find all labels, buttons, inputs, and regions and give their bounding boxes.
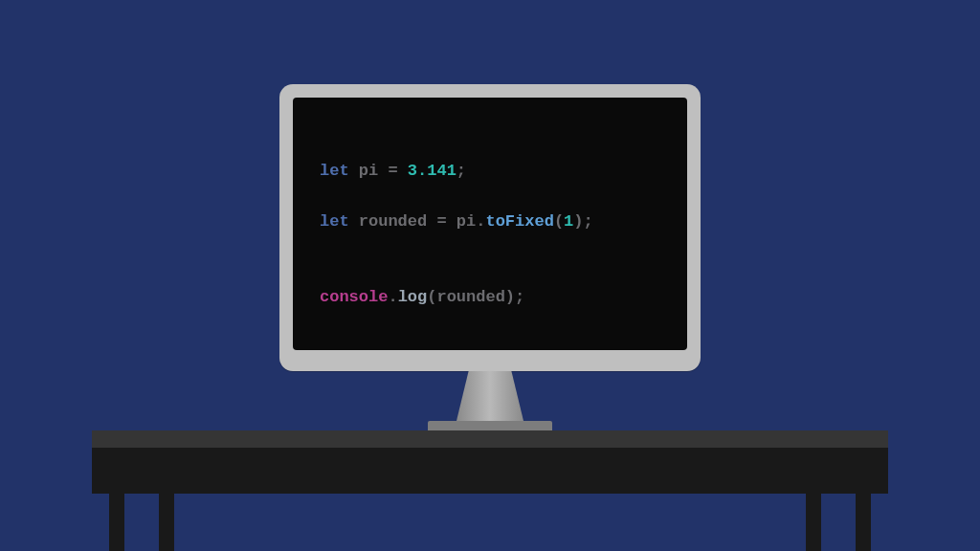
semicolon: ; bbox=[457, 162, 466, 180]
dot-operator: . bbox=[476, 212, 485, 231]
dot-operator: . bbox=[388, 288, 397, 306]
method-log: log bbox=[398, 288, 428, 306]
argument-identifier: rounded bbox=[436, 288, 504, 306]
desk-apron bbox=[92, 448, 888, 494]
desk-leg bbox=[806, 494, 821, 551]
monitor-stand-neck bbox=[457, 371, 523, 421]
number-literal: 3.141 bbox=[408, 162, 457, 180]
keyword-let: let bbox=[320, 162, 349, 180]
paren-open: ( bbox=[554, 212, 564, 231]
paren-open: ( bbox=[427, 288, 436, 306]
paren-close: ) bbox=[505, 288, 515, 306]
code-line-3: console.log(rounded); bbox=[320, 285, 660, 310]
keyword-let: let bbox=[320, 212, 349, 231]
desk-legs bbox=[92, 494, 888, 551]
desk-leg bbox=[856, 494, 871, 551]
operator-equals: = bbox=[388, 162, 397, 180]
code-line-1: let pi = 3.141; bbox=[320, 159, 660, 184]
computer-monitor: let pi = 3.141; let rounded = pi.toFixed… bbox=[279, 84, 701, 430]
semicolon: ; bbox=[583, 212, 592, 231]
identifier-console: console bbox=[320, 288, 388, 306]
semicolon: ; bbox=[515, 288, 524, 306]
identifier-pi: pi bbox=[457, 212, 476, 231]
desk-surface bbox=[92, 430, 888, 448]
identifier-rounded: rounded bbox=[359, 212, 427, 231]
code-editor-screen: let pi = 3.141; let rounded = pi.toFixed… bbox=[293, 98, 687, 350]
paren-close: ) bbox=[573, 212, 583, 231]
argument-literal: 1 bbox=[564, 212, 573, 231]
operator-equals: = bbox=[436, 212, 446, 231]
identifier-pi: pi bbox=[359, 162, 378, 180]
desk bbox=[92, 430, 888, 551]
monitor-bezel: let pi = 3.141; let rounded = pi.toFixed… bbox=[279, 84, 701, 371]
monitor-stand-base bbox=[428, 421, 552, 430]
method-tofixed: toFixed bbox=[485, 212, 553, 231]
code-line-2: let rounded = pi.toFixed(1); bbox=[320, 209, 660, 234]
desk-leg bbox=[109, 494, 124, 551]
desk-leg bbox=[159, 494, 174, 551]
